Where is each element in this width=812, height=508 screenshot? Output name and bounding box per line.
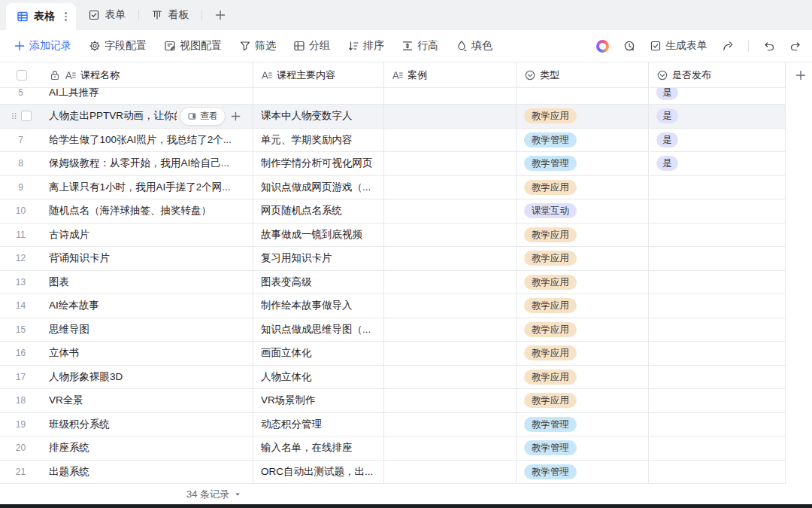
- cell-course-name[interactable]: 出题系统: [41, 461, 253, 484]
- cell-type[interactable]: 教学应用: [517, 176, 649, 199]
- cell-case[interactable]: [384, 224, 517, 247]
- cell-course-name[interactable]: 给学生做了100张AI照片，我总结了2个...: [41, 129, 253, 152]
- cell-type[interactable]: 教学应用: [517, 247, 649, 270]
- toolbar-add-record-button[interactable]: 添加记录: [14, 39, 71, 53]
- cell-course-content[interactable]: 图表变高级: [253, 271, 384, 294]
- cell-type[interactable]: 教学应用: [517, 294, 649, 318]
- cell-course-content[interactable]: VR场景制作: [253, 389, 384, 412]
- cell-course-name[interactable]: 随机点名（海洋球抽签、抽奖转盘）: [41, 199, 253, 223]
- cell-type[interactable]: 教学应用: [517, 105, 649, 128]
- cell-type[interactable]: 教学应用: [517, 318, 649, 342]
- cell-published[interactable]: [649, 461, 786, 484]
- cell-published[interactable]: [649, 366, 786, 389]
- cell-course-name[interactable]: VR全景: [41, 389, 253, 412]
- history-button[interactable]: [623, 40, 635, 52]
- cell-course-content[interactable]: 复习用知识卡片: [253, 247, 384, 270]
- ai-assistant-button[interactable]: [596, 40, 609, 53]
- cell-published[interactable]: 是: [649, 129, 786, 152]
- cell-published[interactable]: 是: [649, 105, 786, 128]
- cell-course-name[interactable]: 人物走出PPTVR动画，让你的查看: [41, 105, 253, 128]
- undo-button[interactable]: [763, 40, 775, 52]
- cell-case[interactable]: [384, 129, 517, 152]
- cell-published[interactable]: [649, 294, 786, 318]
- cell-course-content[interactable]: 知识点做成思维导图（...: [253, 318, 384, 342]
- cell-case[interactable]: [384, 176, 517, 199]
- cell-case[interactable]: [384, 437, 517, 460]
- share-button[interactable]: [722, 40, 734, 52]
- cell-published[interactable]: [649, 318, 786, 342]
- column-header-2[interactable]: 案例: [384, 62, 517, 87]
- cell-course-name[interactable]: 保姆级教程：从零开始，我用AI给自己...: [41, 152, 253, 175]
- cell-published[interactable]: [649, 413, 786, 437]
- toolbar-filter-button[interactable]: 筛选: [239, 39, 276, 53]
- cell-type[interactable]: [517, 88, 649, 104]
- generate-form-button[interactable]: 生成表单: [650, 39, 707, 53]
- cell-course-content[interactable]: [253, 88, 384, 104]
- cell-course-content[interactable]: 单元、学期奖励内容: [253, 129, 384, 152]
- cell-published[interactable]: 是: [649, 88, 786, 104]
- cell-course-content[interactable]: ORC自动出测试题，出...: [253, 461, 384, 484]
- cell-course-name[interactable]: 古诗成片: [41, 224, 253, 247]
- cell-course-content[interactable]: 动态积分管理: [253, 413, 384, 437]
- cell-course-name[interactable]: 人物形象裸眼3D: [41, 366, 253, 389]
- cell-type[interactable]: 课堂互动: [517, 199, 649, 223]
- drag-handle-icon[interactable]: [10, 110, 19, 122]
- cell-course-content[interactable]: 网页随机点名系统: [253, 199, 384, 223]
- toolbar-group-button[interactable]: 分组: [293, 39, 330, 53]
- toolbar-field-config-button[interactable]: 字段配置: [89, 39, 147, 53]
- cell-case[interactable]: [384, 389, 517, 412]
- cell-published[interactable]: [649, 176, 786, 199]
- expand-record-button[interactable]: 查看: [180, 107, 226, 126]
- cell-type[interactable]: 教学应用: [517, 342, 649, 365]
- cell-case[interactable]: [384, 461, 517, 484]
- cell-type[interactable]: 教学管理: [517, 129, 649, 152]
- cell-case[interactable]: [384, 88, 517, 104]
- toolbar-fill-color-button[interactable]: 填色: [456, 39, 492, 53]
- tab-table[interactable]: 表格: [6, 3, 76, 30]
- cell-course-name[interactable]: 立体书: [41, 342, 253, 365]
- cell-course-name[interactable]: 排座系统: [41, 437, 253, 460]
- column-header-4[interactable]: 是否发布: [649, 62, 786, 87]
- cell-course-content[interactable]: 人物立体化: [253, 366, 384, 389]
- cell-course-name[interactable]: 离上课只有1小时，我用AI手搓了2个网...: [41, 176, 253, 199]
- cell-case[interactable]: [384, 413, 517, 437]
- cell-case[interactable]: [384, 318, 517, 342]
- cell-course-name[interactable]: 班级积分系统: [41, 413, 253, 437]
- column-header-0[interactable]: 课程名称: [41, 62, 253, 87]
- cell-course-name[interactable]: 背诵知识卡片: [41, 247, 253, 270]
- cell-course-name[interactable]: 思维导图: [41, 318, 253, 342]
- cell-type[interactable]: 教学应用: [517, 224, 649, 247]
- add-field-button[interactable]: [795, 69, 807, 81]
- select-all-checkbox[interactable]: [17, 70, 27, 81]
- cell-course-content[interactable]: 故事做成一镜到底视频: [253, 224, 384, 247]
- cell-case[interactable]: [384, 271, 517, 294]
- cell-case[interactable]: [384, 294, 517, 318]
- cell-course-content[interactable]: 知识点做成网页游戏（...: [253, 176, 384, 199]
- cell-type[interactable]: 教学管理: [517, 437, 649, 460]
- cell-case[interactable]: [384, 105, 517, 128]
- toolbar-sort-button[interactable]: 排序: [347, 39, 384, 53]
- add-subitem-button[interactable]: [230, 108, 245, 123]
- tab-kanban[interactable]: 看板: [139, 0, 201, 30]
- redo-button[interactable]: [789, 40, 801, 52]
- cell-course-name[interactable]: AI绘本故事: [41, 294, 253, 318]
- cell-published[interactable]: [649, 271, 786, 294]
- tab-form[interactable]: 表单: [76, 0, 138, 30]
- cell-type[interactable]: 教学应用: [517, 271, 649, 294]
- cell-published[interactable]: [649, 247, 786, 270]
- cell-published[interactable]: 是: [649, 152, 786, 175]
- cell-course-content[interactable]: 制作绘本故事做导入: [253, 294, 384, 318]
- column-header-3[interactable]: 类型: [517, 62, 649, 87]
- cell-course-content[interactable]: 画面立体化: [253, 342, 384, 365]
- toolbar-row-height-button[interactable]: 行高: [401, 39, 438, 53]
- cell-published[interactable]: [649, 342, 786, 365]
- cell-published[interactable]: [649, 437, 786, 460]
- cell-case[interactable]: [384, 366, 517, 389]
- add-view-button[interactable]: [202, 0, 238, 30]
- cell-course-name[interactable]: AI工具推荐: [41, 88, 253, 104]
- cell-type[interactable]: 教学应用: [517, 366, 649, 389]
- cell-type[interactable]: 教学管理: [517, 152, 649, 175]
- cell-type[interactable]: 教学管理: [517, 413, 649, 437]
- cell-case[interactable]: [384, 152, 517, 175]
- toolbar-view-config-button[interactable]: 视图配置: [164, 39, 222, 53]
